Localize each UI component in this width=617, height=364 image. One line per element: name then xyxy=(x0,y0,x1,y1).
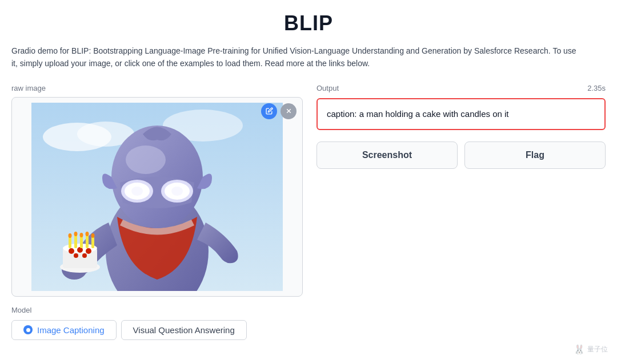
svg-point-12 xyxy=(131,187,143,196)
model-section-label: Model xyxy=(11,306,303,314)
svg-point-20 xyxy=(86,248,91,254)
left-panel: raw image xyxy=(11,84,303,340)
tab-visual-question-answering[interactable]: Visual Question Answering xyxy=(121,320,247,340)
watermark-text: 量子位 xyxy=(587,345,608,354)
edit-image-button[interactable] xyxy=(261,103,277,119)
output-header: Output 2.35s xyxy=(316,84,606,92)
svg-point-28 xyxy=(69,233,72,238)
page-description: Gradio demo for BLIP: Bootstrapping Lang… xyxy=(11,45,583,70)
svg-point-30 xyxy=(80,233,83,237)
tab-image-captioning[interactable]: Image Captioning xyxy=(11,320,117,340)
page-title: BLIP xyxy=(11,11,606,35)
output-time: 2.35s xyxy=(587,84,606,92)
uploaded-image xyxy=(31,103,283,291)
watermark: 🐰 量子位 xyxy=(574,344,608,355)
output-text: caption: a man holding a cake with candl… xyxy=(327,109,509,119)
svg-rect-27 xyxy=(91,237,94,248)
image-tools xyxy=(261,103,297,119)
svg-point-13 xyxy=(171,187,183,196)
svg-rect-24 xyxy=(74,235,77,248)
tab-vqa-label: Visual Question Answering xyxy=(133,325,235,335)
svg-rect-26 xyxy=(86,235,89,248)
svg-point-31 xyxy=(86,232,89,236)
right-panel: Output 2.35s caption: a man holding a ca… xyxy=(316,84,606,169)
flag-button[interactable]: Flag xyxy=(464,141,606,169)
action-buttons: Screenshot Flag xyxy=(316,141,606,169)
tab-image-captioning-label: Image Captioning xyxy=(37,325,105,335)
image-upload-area[interactable] xyxy=(11,97,303,297)
svg-point-29 xyxy=(74,232,78,236)
svg-point-21 xyxy=(74,253,78,258)
remove-image-button[interactable] xyxy=(281,103,297,119)
svg-point-32 xyxy=(91,233,95,238)
model-section: Model Image Captioning Visual Question A… xyxy=(11,306,303,340)
radio-dot-active xyxy=(23,325,33,334)
main-content: raw image xyxy=(11,84,606,340)
svg-point-7 xyxy=(126,145,166,174)
svg-point-18 xyxy=(69,248,74,254)
svg-rect-23 xyxy=(69,237,71,248)
output-label: Output xyxy=(316,84,339,92)
watermark-icon: 🐰 xyxy=(574,344,585,355)
image-panel-label: raw image xyxy=(11,84,303,92)
model-tabs: Image Captioning Visual Question Answeri… xyxy=(11,320,303,340)
svg-point-22 xyxy=(82,253,87,258)
output-text-box: caption: a man holding a cake with candl… xyxy=(316,98,606,130)
screenshot-button[interactable]: Screenshot xyxy=(316,141,458,169)
svg-rect-25 xyxy=(80,236,83,248)
